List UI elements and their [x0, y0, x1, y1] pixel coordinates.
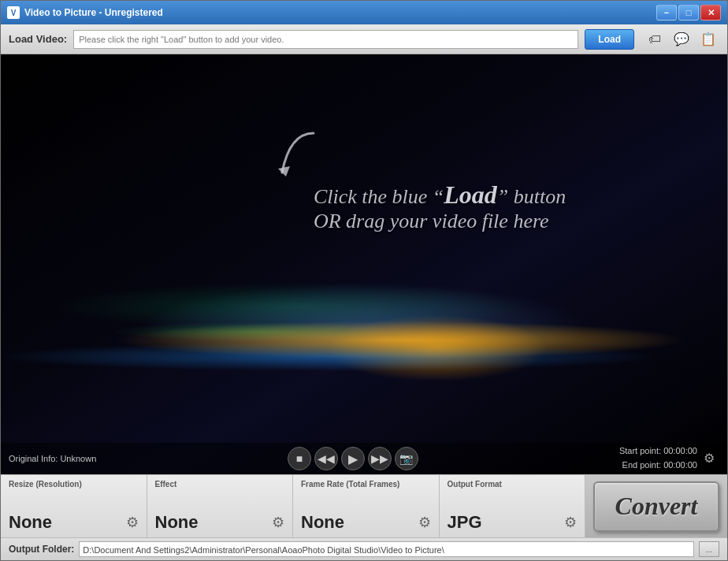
framerate-gear-icon[interactable]: ⚙ — [418, 514, 431, 531]
drag-arrow-icon — [266, 125, 329, 188]
effect-value: None — [155, 512, 199, 533]
controls-row: Resize (Resolution) None ⚙ Effect None ⚙ — [1, 475, 727, 538]
load-video-label: Load Video: — [9, 33, 67, 45]
bottom-panel: Resize (Resolution) None ⚙ Effect None ⚙ — [1, 474, 727, 560]
title-bar: V Video to Picture - Unregistered − □ ✕ — [1, 1, 727, 24]
play-button[interactable]: ▶ — [341, 447, 365, 470]
resize-control[interactable]: Resize (Resolution) None ⚙ — [1, 475, 147, 537]
resize-gear-icon[interactable]: ⚙ — [126, 514, 139, 531]
resize-value: None — [9, 512, 52, 533]
playback-controls: ■ ◀◀ ▶ ▶▶ 📷 — [238, 447, 467, 470]
instruction-load-word: Load — [444, 180, 497, 209]
title-bar-buttons: − □ ✕ — [656, 5, 721, 20]
svg-marker-0 — [278, 166, 290, 176]
maximize-button[interactable]: □ — [678, 5, 699, 20]
instruction-line2: OR drag your video file here — [314, 210, 566, 233]
close-button[interactable]: ✕ — [700, 5, 721, 20]
video-area[interactable]: Click the blue “Load” button OR drag you… — [1, 54, 727, 474]
main-window: V Video to Picture - Unregistered − □ ✕ … — [0, 0, 728, 561]
minimize-button[interactable]: − — [656, 5, 677, 20]
toolbar-icons: 🏷 💬 📋 — [644, 28, 719, 50]
output-folder-row: Output Folder: D:\Document And Settings2… — [1, 538, 727, 560]
window-title: Video to Picture - Unregistered — [24, 7, 163, 18]
stop-button[interactable]: ■ — [288, 447, 311, 470]
comment-icon-button[interactable]: 💬 — [670, 28, 693, 50]
output-folder-label: Output Folder: — [9, 544, 74, 555]
toolbar: Load Video: Load 🏷 💬 📋 — [1, 24, 727, 54]
video-path-input[interactable] — [73, 30, 578, 49]
framerate-value-row: None ⚙ — [301, 512, 431, 533]
convert-button-label: Convert — [615, 492, 698, 521]
output-format-value-row: JPG ⚙ — [448, 512, 578, 533]
settings-icon[interactable]: ⚙ — [704, 451, 719, 466]
video-background — [1, 54, 727, 474]
resize-value-row: None ⚙ — [9, 512, 139, 533]
output-format-control[interactable]: Output Format JPG ⚙ — [440, 475, 586, 537]
framerate-label: Frame Rate (Total Frames) — [301, 480, 431, 489]
video-footer: Original Info: Unknown ■ ◀◀ ▶ ▶▶ 📷 Start… — [1, 443, 727, 474]
tag-icon-button[interactable]: 🏷 — [644, 28, 666, 50]
output-folder-path: D:\Document And Settings2\Administrator\… — [79, 541, 694, 557]
title-bar-left: V Video to Picture - Unregistered — [7, 6, 163, 19]
next-frame-button[interactable]: ▶▶ — [368, 447, 392, 470]
effect-gear-icon[interactable]: ⚙ — [272, 514, 284, 531]
clipboard-icon-button[interactable]: 📋 — [697, 28, 719, 50]
convert-button[interactable]: Convert — [593, 481, 719, 532]
time-info: Start point: 00:00:00 End point: 00:00:0… — [468, 444, 697, 472]
effect-label: Effect — [155, 480, 285, 489]
effect-control[interactable]: Effect None ⚙ — [147, 475, 294, 537]
end-point: End point: 00:00:00 — [468, 459, 697, 473]
output-format-label: Output Format — [448, 480, 578, 489]
load-button[interactable]: Load — [585, 29, 634, 50]
app-icon: V — [7, 6, 20, 19]
snapshot-button[interactable]: 📷 — [395, 447, 418, 470]
instruction-line1: Click the blue “Load” button — [314, 180, 566, 210]
framerate-value: None — [301, 512, 344, 533]
original-info: Original Info: Unknown — [9, 454, 238, 463]
prev-frame-button[interactable]: ◀◀ — [314, 447, 338, 470]
framerate-control[interactable]: Frame Rate (Total Frames) None ⚙ — [293, 475, 440, 537]
drag-instruction: Click the blue “Load” button OR drag you… — [314, 180, 566, 233]
output-browse-button[interactable]: ... — [699, 541, 719, 557]
resize-label: Resize (Resolution) — [9, 480, 139, 489]
convert-box: Convert — [585, 475, 727, 537]
output-format-gear-icon[interactable]: ⚙ — [564, 514, 577, 531]
effect-value-row: None ⚙ — [155, 512, 285, 533]
output-format-value: JPG — [448, 512, 482, 533]
start-point: Start point: 00:00:00 — [468, 444, 697, 459]
